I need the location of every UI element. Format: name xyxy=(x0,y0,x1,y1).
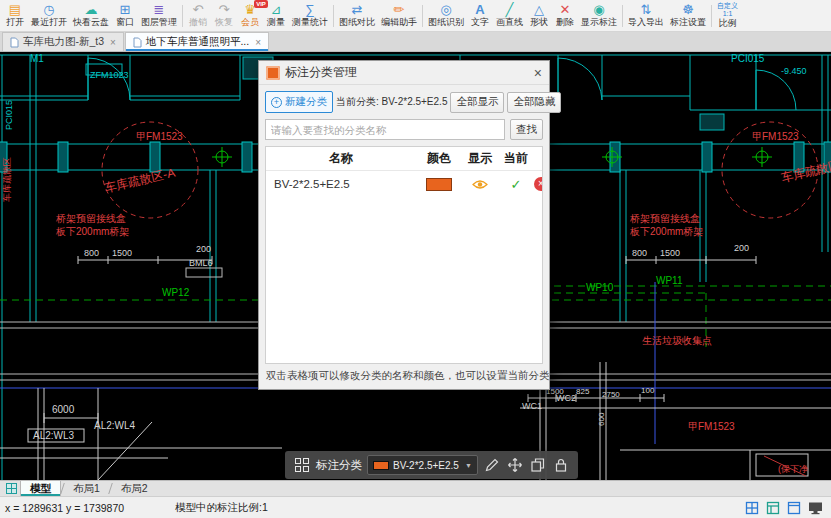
window-view-icon[interactable] xyxy=(787,501,801,515)
monitor-icon[interactable] xyxy=(808,501,823,515)
dialog-action-row: + 新建分类 当前分类: BV-2*2.5+E2.5 全部显示 全部隐藏 xyxy=(259,85,549,117)
toolbar-redo[interactable]: ↷恢复 xyxy=(211,1,237,31)
current-category-label: 当前分类: BV-2*2.5+E2.5 xyxy=(336,95,447,109)
toolbar-measure-label: 测量 xyxy=(267,17,285,28)
line-icon: ╱ xyxy=(506,3,514,17)
toolbar-show-annotation[interactable]: ◉显示标注 xyxy=(578,1,620,31)
toolbar-scale[interactable]: 自定义1:1比例 xyxy=(714,1,741,31)
doc-tab-2-label: 地下车库普通照明平... xyxy=(146,35,249,49)
new-category-button[interactable]: + 新建分类 xyxy=(265,91,333,113)
canvas-label: PCI015 xyxy=(4,100,14,130)
doc-tab-1-label: 车库电力图-新_t3 xyxy=(23,35,104,49)
toolbar-delete[interactable]: ✕删除 xyxy=(552,1,578,31)
toolbar-undo[interactable]: ↶撤销 xyxy=(185,1,211,31)
toolbar-window[interactable]: ⊞窗口 xyxy=(112,1,138,31)
close-icon[interactable]: × xyxy=(534,66,542,80)
category-name: BV-2*2.5+E2.5 xyxy=(266,178,416,190)
canvas-label: AL2:WL3 xyxy=(33,430,75,441)
table-view-icon[interactable] xyxy=(766,501,780,515)
move-icon[interactable] xyxy=(506,456,524,474)
doc-tab-1[interactable]: 车库电力图-新_t3 × xyxy=(2,32,124,51)
cad-viewer-app: ▤打开 ◷最近打开 ☁快看云盘 ⊞窗口 ≣图层管理 ↶撤销 ↷恢复 ♛VIP会员… xyxy=(0,0,831,518)
toolbar-edit-assistant[interactable]: ✏编辑助手 xyxy=(378,1,420,31)
toolbar-layers-label: 图层管理 xyxy=(141,17,177,28)
edit-assistant-icon: ✏ xyxy=(394,3,405,17)
compare-icon: ⇄ xyxy=(352,3,363,17)
doc-tab-2[interactable]: 地下车库普通照明平... × xyxy=(125,32,269,51)
drawing-canvas[interactable]: M1 ZFM1023 PCI015 -9.450 PCI015 甲FM1523 … xyxy=(0,52,831,480)
text-icon: A xyxy=(475,3,484,17)
toolbar-drawing-recognize[interactable]: ◎图纸识别 xyxy=(425,1,467,31)
toolbar-recent[interactable]: ◷最近打开 xyxy=(28,1,70,31)
color-swatch[interactable] xyxy=(426,178,452,191)
toolbar-layer-manager[interactable]: ≣图层管理 xyxy=(138,1,180,31)
app-logo-icon xyxy=(266,66,280,80)
category-dropdown[interactable]: BV-2*2.5+E2.5 ▼ xyxy=(367,455,478,475)
toolbar-text[interactable]: A文字 xyxy=(467,1,493,31)
model-space-icon xyxy=(6,483,17,494)
sheet-tab-model[interactable]: 模型 xyxy=(20,481,61,496)
delete-category-icon[interactable]: × xyxy=(534,177,543,191)
copy-icon[interactable] xyxy=(529,456,547,474)
canvas-label: M1 xyxy=(30,53,44,64)
current-check-icon[interactable]: ✓ xyxy=(498,177,534,192)
recognize-icon: ◎ xyxy=(440,3,451,17)
hide-all-button[interactable]: 全部隐藏 xyxy=(507,92,561,113)
sheet-tab-layout2[interactable]: 布局2 xyxy=(112,481,157,496)
canvas-label: WP10 xyxy=(586,282,614,293)
category-table: 名称 颜色 显示 当前 BV-2*2.5+E2.5 ✓ × xyxy=(265,146,543,364)
cursor-coordinates: x = 1289631 y = 1739870 xyxy=(5,502,175,514)
edit-annotation-icon[interactable] xyxy=(483,456,501,474)
redo-icon: ↷ xyxy=(219,3,230,17)
canvas-label: 桥架预留接线盒 xyxy=(629,213,700,224)
canvas-label: BML6 xyxy=(189,258,213,268)
layout-grid-icon[interactable] xyxy=(745,501,759,515)
canvas-label: 800 xyxy=(84,248,99,258)
toolbar-shape[interactable]: △形状 xyxy=(526,1,552,31)
toolbar-draw-line-label: 画直线 xyxy=(496,17,523,28)
canvas-label: WC1 xyxy=(522,401,542,411)
toolbar-vip[interactable]: ♛VIP会员 xyxy=(237,1,263,31)
toolbar-cloud-drive[interactable]: ☁快看云盘 xyxy=(70,1,112,31)
dialog-hint-text: 双击表格项可以修改分类的名称和颜色，也可以设置当前分类 xyxy=(259,364,549,389)
toolbar-measure-stats[interactable]: ∑测量统计 xyxy=(289,1,331,31)
close-icon[interactable]: × xyxy=(255,37,261,48)
canvas-label: PCI015 xyxy=(731,53,765,64)
lock-icon[interactable] xyxy=(552,456,570,474)
import-export-icon: ⇅ xyxy=(641,3,652,17)
visibility-eye-icon[interactable] xyxy=(472,179,488,190)
search-button[interactable]: 查找 xyxy=(510,119,543,140)
sheet-tabbar: 模型 布局1 布局2 xyxy=(0,480,831,496)
close-icon[interactable]: × xyxy=(110,37,116,48)
canvas-label: 200 xyxy=(734,243,749,253)
toolbar-open[interactable]: ▤打开 xyxy=(2,1,28,31)
category-row[interactable]: BV-2*2.5+E2.5 ✓ × xyxy=(266,171,542,197)
float-toolbar-label: 标注分类 xyxy=(316,458,362,473)
toolbar-draw-line[interactable]: ╱画直线 xyxy=(493,1,526,31)
grid-icon[interactable] xyxy=(293,456,311,474)
scale-icon: 自定义1:1 xyxy=(717,2,738,18)
sheet-tab-layout1[interactable]: 布局1 xyxy=(64,481,109,496)
dialog-titlebar[interactable]: 标注分类管理 × xyxy=(259,61,549,85)
toolbar-import-export[interactable]: ⇅导入导出 xyxy=(625,1,667,31)
toolbar-redo-label: 恢复 xyxy=(215,17,233,28)
toolbar-delete-label: 删除 xyxy=(556,17,574,28)
document-icon xyxy=(133,37,142,48)
dialog-title: 标注分类管理 xyxy=(285,64,357,81)
canvas-label: WP12 xyxy=(162,287,190,298)
toolbar-separator xyxy=(622,5,623,27)
toolbar-annotation-settings[interactable]: ☸标注设置 xyxy=(667,1,709,31)
status-bar: x = 1289631 y = 1739870 模型中的标注比例:1 xyxy=(0,496,831,518)
new-category-label: 新建分类 xyxy=(285,95,327,109)
layers-icon: ≣ xyxy=(154,3,165,17)
undo-icon: ↶ xyxy=(193,3,204,17)
category-search-input[interactable] xyxy=(265,119,505,140)
toolbar-show-annotation-label: 显示标注 xyxy=(581,17,617,28)
canvas-label: 板下200mm桥架 xyxy=(629,226,703,237)
toolbar-drawing-compare[interactable]: ⇄图纸对比 xyxy=(336,1,378,31)
annotation-category-dialog: 标注分类管理 × + 新建分类 当前分类: BV-2*2.5+E2.5 全部显示… xyxy=(258,60,550,390)
plus-icon: + xyxy=(271,97,282,108)
show-all-button[interactable]: 全部显示 xyxy=(450,92,504,113)
canvas-label: (保下净 xyxy=(778,464,808,474)
measure-stats-icon: ∑ xyxy=(305,3,314,17)
